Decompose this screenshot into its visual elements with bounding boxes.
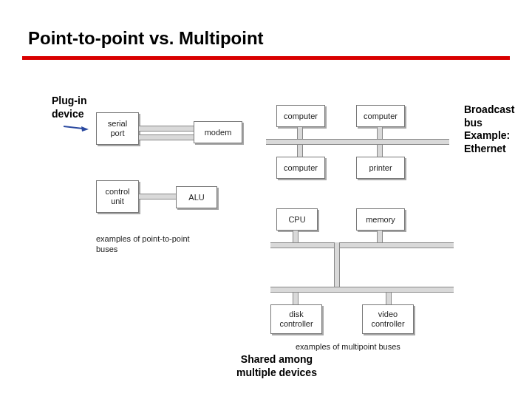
annotation-shared: Shared among multiple devices <box>236 353 317 379</box>
svg-line-0 <box>64 126 83 129</box>
ethernet-bus <box>266 139 449 145</box>
annotation-broadcast-bus: Broadcast bus Example: Ethernet <box>464 103 514 155</box>
system-bus-h <box>270 242 454 248</box>
box-label: control unit <box>105 187 129 205</box>
box-computer-bl: computer <box>276 157 325 179</box>
bus-cu-alu <box>139 194 176 200</box>
box-label: video controller <box>371 310 404 328</box>
caption-ptp: examples of point-to-point buses <box>96 233 190 255</box>
box-label: printer <box>369 163 392 173</box>
stub-tl <box>297 127 303 139</box>
box-label: memory <box>366 215 395 225</box>
box-label: ALU <box>188 193 204 202</box>
box-computer-tl: computer <box>276 105 325 127</box>
box-control-unit: control unit <box>96 180 139 213</box>
title-underline <box>22 56 510 60</box>
stub-disk <box>293 293 299 304</box>
box-memory: memory <box>356 208 405 231</box>
box-label: computer <box>284 112 318 121</box>
box-serial-port: serial port <box>96 112 139 145</box>
stub-mem <box>377 231 383 242</box>
box-disk-controller: disk controller <box>270 304 322 334</box>
box-computer-tr: computer <box>356 105 405 127</box>
box-video-controller: video controller <box>362 304 414 334</box>
svg-marker-1 <box>81 126 89 132</box>
box-alu: ALU <box>176 186 217 208</box>
box-modem: modem <box>194 121 242 143</box>
system-bus-v <box>334 242 340 287</box>
annotation-plugin-device: Plug-in device <box>52 95 86 120</box>
box-cpu: CPU <box>276 208 318 231</box>
stub-bl <box>297 145 303 157</box>
stub-br <box>377 145 383 157</box>
caption-multipoint: examples of multipoint buses <box>296 341 400 352</box>
box-label: disk controller <box>279 310 313 328</box>
box-label: computer <box>364 112 398 121</box>
box-label: computer <box>284 163 318 173</box>
system-bus-h2 <box>270 287 454 293</box>
slide-title: Point-to-point vs. Multipoint <box>28 28 264 49</box>
bus-serial-modem-a <box>139 126 194 132</box>
bus-serial-modem-b <box>139 134 194 140</box>
stub-video <box>386 293 392 304</box>
diagram-container: serial port modem control unit ALU examp… <box>96 105 451 349</box>
arrow-icon <box>64 124 89 132</box>
box-label: modem <box>205 128 232 137</box>
box-label: CPU <box>288 215 305 225</box>
box-printer: printer <box>356 157 405 179</box>
stub-tr <box>377 127 383 139</box>
box-label: serial port <box>108 119 127 137</box>
stub-cpu <box>293 231 299 242</box>
